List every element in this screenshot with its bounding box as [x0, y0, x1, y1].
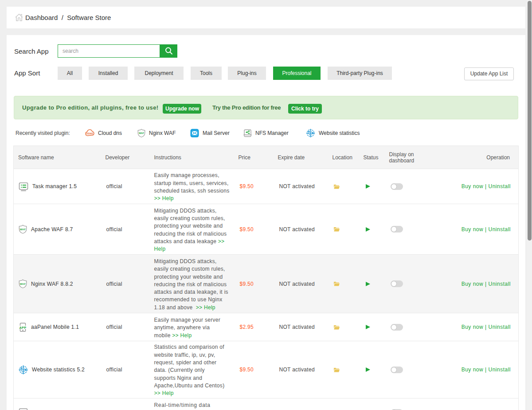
svg-text:WAF: WAF [20, 283, 26, 285]
svg-text:WAF: WAF [139, 132, 145, 134]
svg-text:APP: APP [20, 325, 27, 329]
svg-text:DDNS: DDNS [86, 132, 94, 135]
svg-text:WAF: WAF [20, 228, 26, 231]
